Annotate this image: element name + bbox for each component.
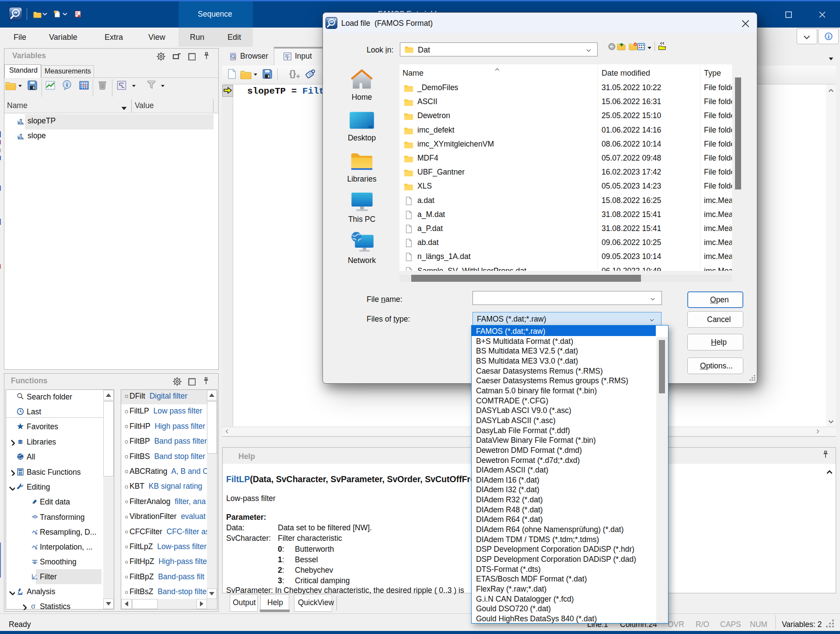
svg-text:i: i bbox=[66, 81, 68, 88]
svg-text:i: i bbox=[828, 34, 830, 40]
